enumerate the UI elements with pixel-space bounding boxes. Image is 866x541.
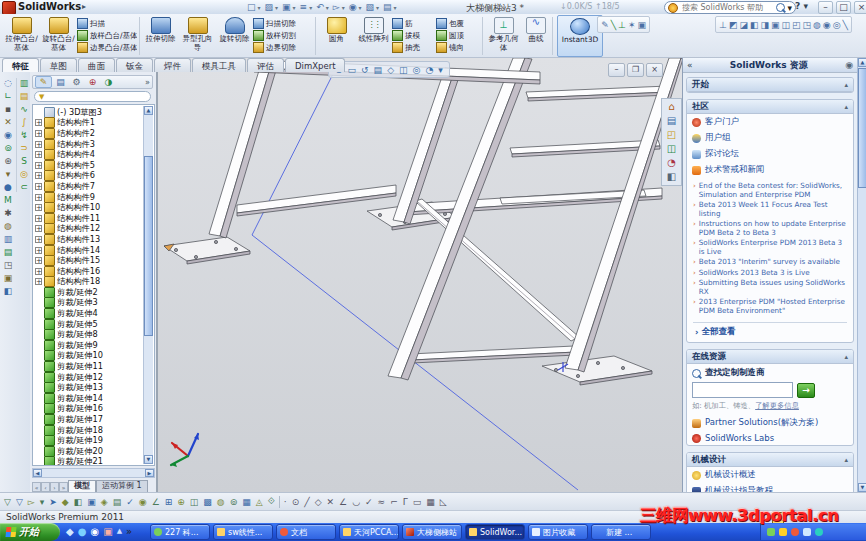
view-toolbar-icon[interactable]: ◩ [729,20,738,30]
command-manager-tab[interactable]: 模具工具 [192,58,246,72]
quick-launch-icon[interactable]: ● [78,525,87,538]
tray-icon[interactable] [767,528,775,536]
sketch-snap-icon[interactable]: ✓ [365,497,373,507]
dropdown-arrow-icon[interactable]: ▾ [326,4,329,11]
expand-icon[interactable]: + [35,247,42,254]
pin-icon[interactable]: ◉ [845,60,853,70]
view-toolbar-icon[interactable]: ◫ [781,20,790,30]
tree-item[interactable]: + 剪裁/延伸16 [33,404,145,415]
view-palette-tab-icon[interactable]: ◫ [667,143,676,155]
expand-icon[interactable]: + [35,236,42,243]
news-link[interactable]: ›End of the Beta contest for: SolidWorks… [693,182,849,199]
hole-wizard-button[interactable]: 异型孔向导 [179,15,216,57]
reference-geometry-button[interactable]: 参考几何体 [485,15,522,57]
tray-icon[interactable] [803,528,811,536]
filter-toolbar-icon[interactable]: ◉ [139,497,147,507]
tab-model[interactable]: 模型 [68,480,96,492]
tree-item[interactable]: + 剪裁/延伸2 [33,287,145,298]
tree-vertical-scrollbar[interactable]: ▲ ▼ [143,106,153,464]
standard-toolbar-icon[interactable]: ▧ [365,2,376,12]
tree-item[interactable]: + 剪裁/延伸13 [33,382,145,393]
community-link[interactable]: 客户门户 [687,114,853,130]
ribbon-small-button[interactable]: 包覆 [436,18,480,29]
ribbon-small-button[interactable]: 抽壳 [392,42,436,53]
quick-launch-icon[interactable]: » [126,525,132,538]
tab-nav-first[interactable]: « [32,482,41,492]
search-input[interactable] [680,2,774,13]
taskbar-button[interactable]: 图片收藏 [528,524,588,540]
filter-toolbar-icon[interactable]: ◫ [190,497,199,507]
toolbar-icon[interactable]: S [21,156,27,166]
view-all-link[interactable]: ›全部查看 [693,322,847,342]
tree-item[interactable]: + 结构构件1 [33,118,145,129]
ribbon-small-button[interactable]: 拔模 [392,30,436,41]
filter-toolbar-icon[interactable]: ▣ [87,497,96,507]
menu-flyout-arrow[interactable]: ▸ [82,2,86,11]
view-toolbar-icon[interactable]: ◍ [813,20,821,30]
quick-launch-icon[interactable]: ◉ [90,525,99,538]
filter-toolbar-icon[interactable]: ▩ [203,497,212,507]
toolbar-icon[interactable]: ▾ [6,169,11,179]
filter-toolbar-icon[interactable]: ⊞ [165,497,173,507]
mini-toolbar-icon[interactable]: ╲ [611,20,616,30]
tree-item[interactable]: + 剪裁/延伸10 [33,351,145,362]
tree-item[interactable]: + 剪裁/延伸14 [33,393,145,404]
graphics-area[interactable]: ⊕▭↺▤◇◫◎◔▾ – ❐ × ⌂ ▤ ◰ ◫ ◔ ◧ [157,58,682,492]
view-toolbar-icon[interactable]: ◨ [760,20,769,30]
taskbar-button[interactable]: SolidWor... [465,524,525,540]
toolbar-icon[interactable]: ⊂ [20,182,28,192]
ribbon-small-button[interactable]: 镜向 [436,42,480,53]
tree-item[interactable]: + 结构构件6 [33,171,145,182]
ribbon-small-button[interactable]: 圆顶 [436,30,480,41]
instant3d-toggle-button[interactable]: Instant3D [557,15,603,57]
section-chevron-icon[interactable]: ▴ [844,81,848,89]
filter-toolbar-icon[interactable]: ✓ [126,497,134,507]
scroll-down-icon[interactable]: ▼ [858,483,866,492]
command-manager-tab[interactable]: 特征 [2,58,39,72]
doc-restore-button[interactable]: ❐ [627,63,644,77]
tree-item[interactable]: + 剪裁/延伸19 [33,435,145,446]
toolbar-icon[interactable]: ▣ [4,273,13,283]
online-resource-link[interactable]: Partner Solutions(解决方案) [687,415,853,431]
view-tool-icon[interactable]: ◇ [387,65,394,75]
tray-icon[interactable] [815,528,823,536]
news-link[interactable]: ›Beta 2013 "Interim" survey is available [693,258,849,267]
tree-item[interactable]: + 剪裁/延伸11 [33,361,145,372]
expand-icon[interactable]: + [35,278,42,285]
toolbar-icon[interactable]: ⊚ [4,143,12,153]
tree-item[interactable]: + 剪裁/延伸12 [33,372,145,383]
tree-item[interactable]: + 结构构件16 [33,266,145,277]
tree-item[interactable]: + 结构构件2 [33,128,145,139]
view-tool-icon[interactable]: ◎ [413,65,421,75]
community-link[interactable]: 技术警戒和新闻 [687,162,853,178]
sketch-snap-icon[interactable]: ◇ [315,497,322,507]
expand-icon[interactable]: + [35,119,42,126]
taskbar-button[interactable]: 文档 [276,524,336,540]
view-tool-icon[interactable]: ▤ [374,65,383,75]
dropdown-arrow-icon[interactable]: ▾ [359,4,362,11]
dimxpertmanager-tab-icon[interactable]: ⊕ [85,77,100,87]
sketch-snap-icon[interactable]: ⊙ [292,497,300,507]
expand-icon[interactable]: + [35,257,42,264]
expand-icon[interactable]: + [35,172,42,179]
sketch-snap-icon[interactable]: ✕ [327,497,335,507]
dropdown-arrow-icon[interactable]: ▾ [342,4,345,11]
sketch-snap-icon[interactable]: ╱ [304,497,309,507]
online-resource-link[interactable]: SolidWorks Labs [687,431,853,445]
expand-icon[interactable]: + [35,225,42,232]
dropdown-arrow-icon[interactable]: ▾ [394,4,397,11]
scrollbar-thumb[interactable] [858,68,866,188]
tree-item[interactable]: + 结构构件7 [33,181,145,192]
sketch-line[interactable] [252,68,578,490]
tray-icon[interactable] [779,528,787,536]
toolbar-icon[interactable]: ◎ [20,169,28,179]
tree-item[interactable]: + (-) 3D草图3 [33,107,145,118]
standard-toolbar-icon[interactable]: ◉ [348,2,358,12]
toolbar-icon[interactable]: ◧ [4,286,13,296]
news-link[interactable]: ›Beta 2013 Week 11 Focus Area Test listi… [693,201,849,218]
filter-toolbar-icon[interactable]: ◆ [62,497,69,507]
start-button[interactable]: 开始 [0,523,60,541]
ribbon-small-button[interactable]: 扫描切除 [253,18,313,29]
community-link[interactable]: 用户组 [687,130,853,146]
toolbar-icon[interactable]: ◳ [4,260,13,270]
